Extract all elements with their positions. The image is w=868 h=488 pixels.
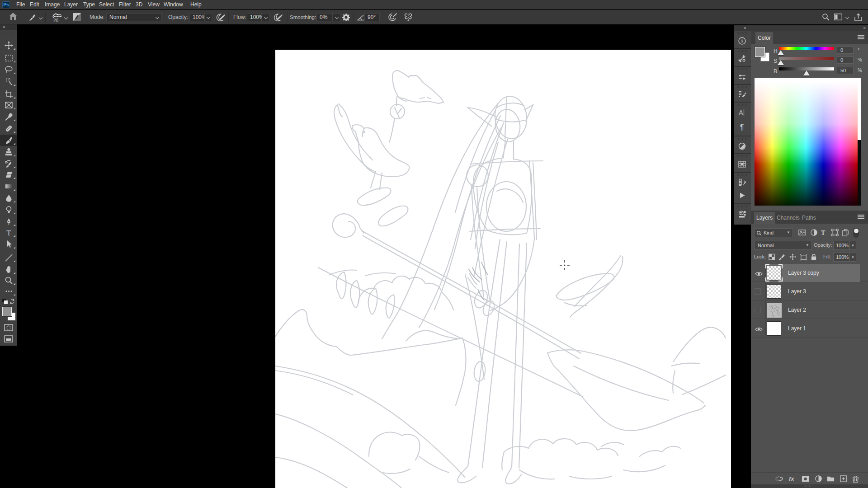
svg-text:T: T xyxy=(6,229,11,237)
svg-text:A: A xyxy=(739,109,743,116)
svg-text:¶: ¶ xyxy=(740,123,744,131)
